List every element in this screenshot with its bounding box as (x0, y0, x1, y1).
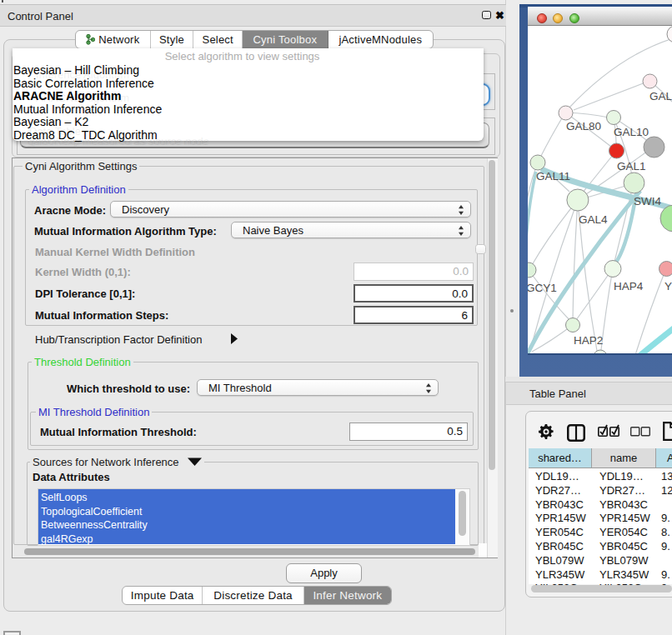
svg-text:GAL11: GAL11 (536, 170, 570, 182)
svg-text:HAP4: HAP4 (614, 280, 644, 292)
svg-text:GAL80: GAL80 (566, 120, 601, 132)
svg-text:GAL4: GAL4 (579, 213, 608, 226)
svg-text:GAL10: GAL10 (614, 126, 649, 138)
svg-text:HAP2: HAP2 (574, 334, 603, 347)
svg-text:GAL7: GAL7 (649, 90, 672, 102)
svg-text:YEL: YEL (664, 280, 672, 292)
svg-text:GCY1: GCY1 (528, 282, 557, 294)
svg-text:SWI4: SWI4 (634, 195, 661, 208)
svg-text:GAL1: GAL1 (617, 160, 646, 172)
